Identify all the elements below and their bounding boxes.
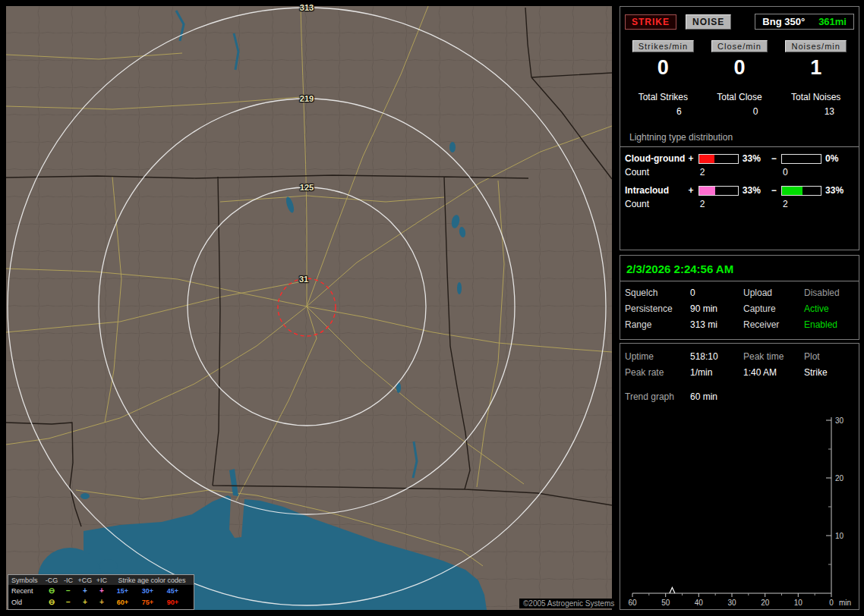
squelch-label: Squelch — [625, 288, 690, 298]
cg-negative-pct: 0% — [825, 153, 854, 164]
plot-label: Plot — [804, 351, 854, 362]
receiver-status-panel: 2/3/2026 2:24:56 AM Squelch 0 Upload Dis… — [620, 255, 859, 340]
peak-time-value: 1:40 AM — [743, 367, 804, 378]
app-window: 313 219 125 31 Symbols -CG -IC +CG +IC S… — [0, 0, 864, 616]
strike-tab-button[interactable]: STRIKE — [625, 14, 676, 30]
legend-recent-label: Recent — [8, 586, 43, 596]
capture-label: Capture — [743, 303, 804, 314]
trend-axes — [632, 417, 831, 593]
total-noises-label: Total Noises — [777, 92, 854, 102]
uptime-label: Uptime — [625, 351, 690, 362]
cg-positive-pct: 33% — [743, 153, 771, 164]
cloud-ground-count-row: Count 2 0 — [625, 167, 854, 178]
ring-label-313: 313 — [300, 3, 314, 12]
ic-negative-pct: 33% — [825, 185, 854, 196]
trend-graph-label: Trend graph — [625, 391, 690, 402]
pos-ic-recent-icon: + — [93, 586, 110, 596]
y-tick-10: 10 — [835, 532, 844, 540]
capture-state: Active — [804, 303, 854, 314]
minus-sign: − — [771, 153, 781, 164]
noises-per-min-button[interactable]: Noises/min — [785, 40, 846, 52]
noises-per-min-value: 1 — [777, 56, 854, 80]
x-major-ticks — [632, 593, 831, 597]
x-tick-30: 30 — [727, 599, 736, 607]
total-close-label: Total Close — [702, 92, 778, 102]
receiver-state: Enabled — [804, 319, 854, 330]
age-60: 60+ — [110, 598, 135, 607]
x-tick-60: 60 — [628, 599, 637, 607]
count-label: Count — [625, 167, 689, 178]
pos-ic-old-icon: + — [93, 598, 110, 607]
x-tick-20: 20 — [761, 599, 770, 607]
cloud-ground-row: Cloud-ground + 33% − 0% — [625, 153, 854, 164]
y-minor-ticks — [828, 449, 831, 564]
ic-negative-bar — [781, 186, 821, 196]
legend-col-pos-ic: +IC — [93, 576, 110, 585]
range-label: Range — [625, 319, 690, 330]
trend-graph: 30 20 10 60 50 40 30 20 10 0 min — [625, 411, 854, 610]
y-major-ticks — [826, 420, 831, 536]
total-noises-value: 13 — [777, 106, 854, 117]
cg-positive-bar-fill — [699, 155, 714, 163]
ring-label-31: 31 — [299, 275, 308, 284]
ic-positive-count: 2 — [698, 199, 771, 209]
age-15: 15+ — [110, 586, 135, 596]
count-label: Count — [625, 199, 689, 209]
neg-cg-recent-icon: ⊖ — [43, 586, 60, 596]
age-75: 75+ — [135, 598, 160, 607]
ic-positive-bar-fill — [699, 187, 715, 195]
legend-row-recent: Recent ⊖ − + + 15+ 30+ 45+ — [8, 585, 194, 596]
bearing-distance: 361mi — [818, 16, 847, 27]
legend-age-title: Strike age color codes — [110, 576, 194, 585]
plot-type-value: Strike — [804, 367, 854, 378]
neg-cg-old-icon: ⊖ — [43, 598, 60, 607]
age-30: 30+ — [135, 586, 160, 596]
squelch-value: 0 — [690, 288, 743, 298]
y-tick-30: 30 — [835, 416, 844, 425]
legend-col-neg-cg: -CG — [43, 576, 60, 585]
x-tick-10: 10 — [794, 599, 803, 607]
legend-old-label: Old — [8, 598, 43, 607]
total-strikes-label: Total Strikes — [625, 92, 702, 102]
legend-row-old: Old ⊖ − + + 60+ 75+ 90+ — [8, 596, 194, 608]
neg-ic-old-icon: − — [60, 598, 77, 607]
trend-panel: Uptime 518:10 Peak time Plot Peak rate 1… — [620, 343, 859, 610]
age-45: 45+ — [160, 586, 185, 596]
peak-time-label: Peak time — [743, 351, 804, 362]
total-close-value: 0 — [702, 106, 778, 117]
pos-cg-recent-icon: + — [77, 586, 93, 596]
distribution-title: Lightning type distribution — [620, 132, 859, 147]
cg-positive-count: 2 — [698, 167, 771, 178]
peak-rate-label: Peak rate — [625, 367, 690, 378]
minus-sign: − — [771, 185, 781, 196]
copyright-text: ©2005 Astrogenic Systems — [519, 599, 618, 608]
cg-negative-count: 0 — [781, 167, 854, 178]
legend-col-pos-cg: +CG — [77, 576, 93, 585]
strikes-per-min-button[interactable]: Strikes/min — [632, 40, 694, 52]
close-per-min-button[interactable]: Close/min — [711, 40, 768, 52]
trend-window-value: 60 min — [690, 391, 743, 402]
age-90: 90+ — [160, 598, 185, 607]
legend-symbols-title: Symbols — [8, 576, 43, 585]
x-axis-unit: min — [839, 599, 851, 607]
cg-positive-bar — [698, 154, 739, 164]
strike-stats-panel: STRIKE NOISE Bng 350° 361mi Strikes/min … — [620, 6, 859, 250]
pos-cg-old-icon: + — [77, 598, 93, 607]
upload-state: Disabled — [804, 288, 854, 298]
cg-negative-bar — [781, 154, 821, 164]
persistence-value: 90 min — [690, 303, 743, 314]
strike-legend: Symbols -CG -IC +CG +IC Strike age color… — [8, 574, 194, 610]
ic-negative-count: 2 — [781, 199, 854, 209]
intracloud-label: Intracloud — [625, 185, 688, 196]
range-value: 313 mi — [690, 319, 743, 330]
upload-label: Upload — [743, 288, 804, 298]
plus-sign: + — [688, 185, 698, 196]
ic-positive-pct: 33% — [743, 185, 771, 196]
intracloud-row: Intracloud + 33% − 33% — [625, 185, 854, 196]
intracloud-count-row: Count 2 2 — [625, 199, 854, 209]
bearing-value: Bng 350° — [762, 16, 805, 27]
strikes-per-min-value: 0 — [625, 56, 702, 80]
noise-tab-button[interactable]: NOISE — [686, 14, 731, 30]
ring-label-219: 219 — [300, 94, 314, 103]
peak-rate-value: 1/min — [690, 367, 743, 378]
